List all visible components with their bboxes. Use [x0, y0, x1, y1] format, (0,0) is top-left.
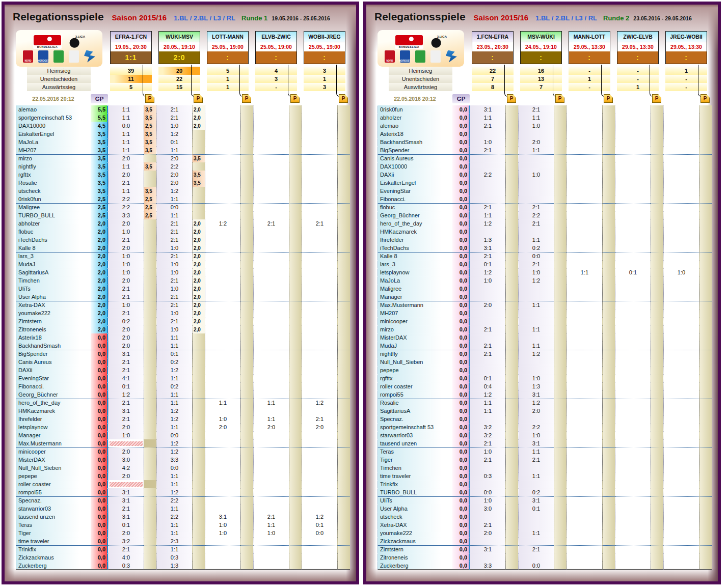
player-row: time traveler0,03:22:3: [16, 537, 350, 545]
tip-cell: [205, 325, 240, 333]
tip-cell: [253, 309, 289, 317]
player-gp: 0,0: [91, 456, 108, 464]
tip-cell: [615, 399, 651, 407]
points-cell: [602, 122, 615, 130]
tip-cell: [302, 456, 337, 464]
player-row: EiskalterEngel3,51:13,51:2: [16, 130, 350, 138]
player-row: sportgemeinschaft 535,51:13,52:12,0: [16, 114, 350, 122]
player-row: rompoi550,01:23:1: [378, 390, 712, 399]
points-cell: [144, 505, 156, 513]
tip-cell: 1:1: [108, 146, 144, 154]
tip-cell: [567, 480, 602, 488]
match-pairing-label: WOBII-JREG: [304, 32, 345, 42]
tip-cell: 1:2: [470, 268, 505, 276]
p-flag-button[interactable]: P: [290, 94, 300, 103]
points-cell: [144, 268, 156, 276]
tip-cell: [567, 228, 602, 236]
tip-cell: 1:1: [156, 480, 192, 488]
points-cell: [699, 456, 712, 464]
player-row: Canis Aureus0,02:10:2: [16, 358, 350, 366]
points-cell: [337, 521, 350, 529]
tip-cell: [253, 350, 289, 358]
points-cell: [192, 472, 205, 480]
player-name: sportgemeinschaft 53: [16, 114, 91, 122]
tip-cell: [615, 244, 651, 252]
tip-cell: 2:1: [470, 325, 505, 333]
p-flag-button[interactable]: P: [339, 94, 348, 103]
player-gp: 0,0: [452, 138, 470, 146]
player-gp: 0,0: [452, 456, 470, 464]
tip-cell: [615, 276, 651, 285]
p-flag-connector: [143, 65, 147, 97]
p-flag-button[interactable]: P: [145, 94, 154, 103]
tip-cell: 1:0: [470, 276, 505, 285]
tip-cell: 2:1: [518, 545, 554, 553]
points-cell: [554, 350, 567, 358]
tip-cell: [615, 162, 651, 171]
tip-cell: 3:0: [470, 505, 505, 513]
tip-cell: [663, 301, 699, 309]
tip-cell: [615, 358, 651, 366]
points-cell: [651, 407, 663, 415]
points-cell: 2,0: [192, 252, 205, 260]
tip-cell: [470, 317, 505, 325]
player-name: hero_of_the_day: [378, 219, 452, 228]
p-flag-connector: [336, 65, 340, 97]
points-cell: [240, 285, 253, 293]
points-cell: [651, 301, 663, 309]
p-flag-button[interactable]: P: [700, 94, 710, 103]
player-gp: 5,5: [91, 105, 108, 114]
tip-cell: [253, 439, 289, 447]
points-cell: [240, 431, 253, 439]
player-name: letsplaynow: [16, 423, 91, 431]
tip-cell: [615, 154, 651, 162]
p-flag-button[interactable]: P: [555, 94, 564, 103]
player-name: hero_of_the_day: [16, 399, 91, 407]
p-flag-button[interactable]: P: [242, 94, 251, 103]
points-cell: 3,5: [192, 154, 205, 162]
tip-cell: 2:1: [108, 399, 144, 407]
player-name: DAX10000: [16, 122, 91, 130]
tip-cell: [302, 309, 337, 317]
player-name: abholzer: [16, 219, 91, 228]
tip-cell: 2:0: [253, 423, 289, 431]
tip-cell: [205, 236, 240, 244]
points-cell: [289, 236, 302, 244]
p-flag-button[interactable]: P: [194, 94, 203, 103]
points-cell: [337, 301, 350, 309]
p-flag-button[interactable]: P: [507, 94, 516, 103]
match-pairing-label: 1.FCN-EFRA: [472, 32, 513, 42]
tip-cell: 2:0: [108, 276, 144, 285]
points-cell: [144, 276, 156, 285]
tip-cell: [302, 505, 337, 513]
tip-cell: 3:1: [470, 105, 505, 114]
tip-cell: [253, 325, 289, 333]
panel-runde-1: Relegationsspiele Saison 2015/16 1.BL / …: [2, 2, 359, 584]
player-name: Georg_Büchner: [378, 211, 452, 219]
points-cell: [505, 301, 518, 309]
tip-cell: 3:2: [108, 537, 144, 545]
p-flag-button[interactable]: P: [652, 94, 661, 103]
tip-cell: [518, 553, 554, 562]
points-cell: [289, 146, 302, 154]
tip-cell: [302, 472, 337, 480]
p-flag-button[interactable]: P: [604, 94, 613, 103]
points-cell: [240, 382, 253, 390]
points-cell: [240, 521, 253, 529]
tip-cell: 0:1: [156, 350, 192, 358]
points-cell: [602, 179, 615, 187]
tip-cell: [302, 366, 337, 374]
player-row: flobuc2,01:02:12,0: [16, 228, 350, 236]
points-cell: [192, 496, 205, 505]
match-box-ELVB-ZWIC: ELVB-ZWIC 25.05., 19:00 :: [255, 31, 297, 64]
points-cell: [699, 219, 712, 228]
points-cell: [602, 488, 615, 496]
tip-cell: [615, 146, 651, 154]
tip-cell: 2:2: [470, 171, 505, 179]
points-cell: [289, 399, 302, 407]
tip-cell: 1:1: [156, 472, 192, 480]
panel-titlebar: Relegationsspiele Saison 2015/16 1.BL / …: [374, 11, 714, 23]
player-gp: 0,0: [452, 333, 470, 342]
points-cell: [192, 447, 205, 456]
points-cell: [192, 545, 205, 553]
